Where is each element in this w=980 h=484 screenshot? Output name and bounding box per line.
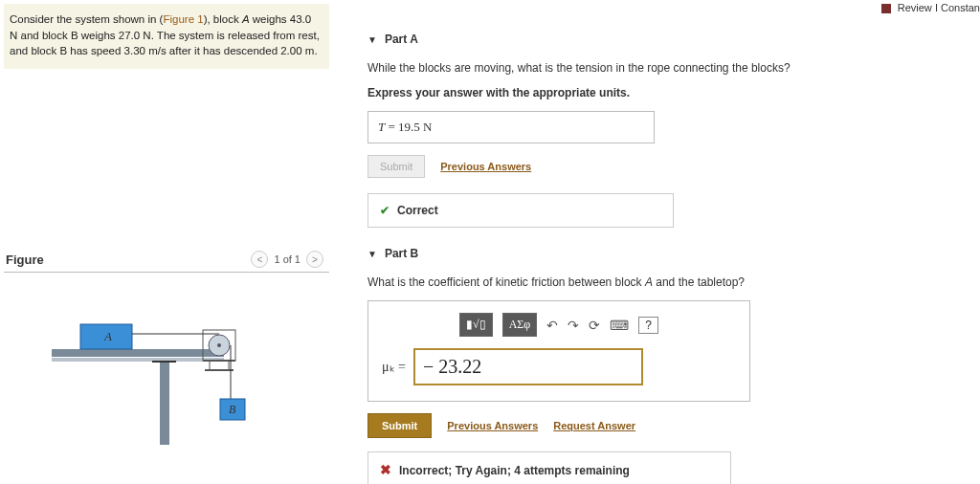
svg-text:B: B xyxy=(229,403,236,416)
figure-prev-button[interactable]: < xyxy=(251,251,268,268)
part-a-instruction: Express your answer with the appropriate… xyxy=(368,86,967,99)
part-b-header[interactable]: ▼ Part B xyxy=(364,241,967,266)
review-link[interactable]: Review xyxy=(898,2,932,13)
figure-pager-label: 1 of 1 xyxy=(274,253,301,265)
figure-header: Figure < 1 of 1 > xyxy=(4,251,329,273)
x-icon: ✖ xyxy=(380,462,391,477)
part-b-previous-answers-link[interactable]: Previous Answers xyxy=(447,420,538,431)
part-a-feedback: ✔Correct xyxy=(368,193,674,228)
svg-rect-4 xyxy=(160,361,169,445)
review-icon xyxy=(881,4,891,13)
redo-icon[interactable]: ↷ xyxy=(568,318,579,333)
part-b-input-area: ▮√▯ ΑΣφ ↶ ↷ ⟳ ⌨ ? μₖ = − 23.22 xyxy=(368,300,750,402)
figure-next-button[interactable]: > xyxy=(306,251,323,268)
mu-k-label: μₖ = xyxy=(382,359,406,375)
input-toolbar: ▮√▯ ΑΣφ ↶ ↷ ⟳ ⌨ ? xyxy=(382,313,736,337)
figure-pager: < 1 of 1 > xyxy=(251,251,323,268)
part-a-previous-answers-link[interactable]: Previous Answers xyxy=(440,161,531,172)
figure-diagram: A B xyxy=(4,311,329,448)
top-links: Review I Constan xyxy=(881,2,980,13)
problem-statement: Consider the system shown in (Figure 1),… xyxy=(4,4,329,69)
part-a-question: While the blocks are moving, what is the… xyxy=(368,61,967,75)
part-b-title: Part B xyxy=(385,247,418,260)
check-icon: ✔ xyxy=(380,204,390,217)
mu-k-input[interactable]: − 23.22 xyxy=(413,348,643,385)
part-b-question: What is the coefficient of kinetic frict… xyxy=(368,275,967,289)
request-answer-link[interactable]: Request Answer xyxy=(553,420,635,431)
keyboard-icon[interactable]: ⌨ xyxy=(610,318,629,333)
svg-text:A: A xyxy=(103,329,112,343)
help-button[interactable]: ? xyxy=(638,317,658,334)
part-b-submit-button[interactable]: Submit xyxy=(368,413,432,438)
part-a-title: Part A xyxy=(385,33,418,46)
part-a-submit-button: Submit xyxy=(368,155,425,178)
svg-point-8 xyxy=(217,343,221,347)
caret-down-icon: ▼ xyxy=(368,249,377,259)
part-a-header[interactable]: ▼ Part A xyxy=(364,27,967,52)
undo-icon[interactable]: ↶ xyxy=(546,318,558,333)
part-a-answer-box: T = 19.5 N xyxy=(368,111,655,143)
part-b-feedback: ✖Incorrect; Try Again; 4 attempts remain… xyxy=(368,451,731,484)
reset-icon[interactable]: ⟳ xyxy=(589,318,600,333)
figure-link[interactable]: Figure 1 xyxy=(163,13,203,25)
svg-rect-0 xyxy=(52,349,224,357)
constants-link[interactable]: Constan xyxy=(941,2,980,13)
fraction-tool-button[interactable]: ▮√▯ xyxy=(459,313,493,337)
figure-title: Figure xyxy=(6,253,44,267)
svg-rect-1 xyxy=(52,358,224,362)
symbols-tool-button[interactable]: ΑΣφ xyxy=(502,313,538,337)
caret-down-icon: ▼ xyxy=(368,34,377,45)
